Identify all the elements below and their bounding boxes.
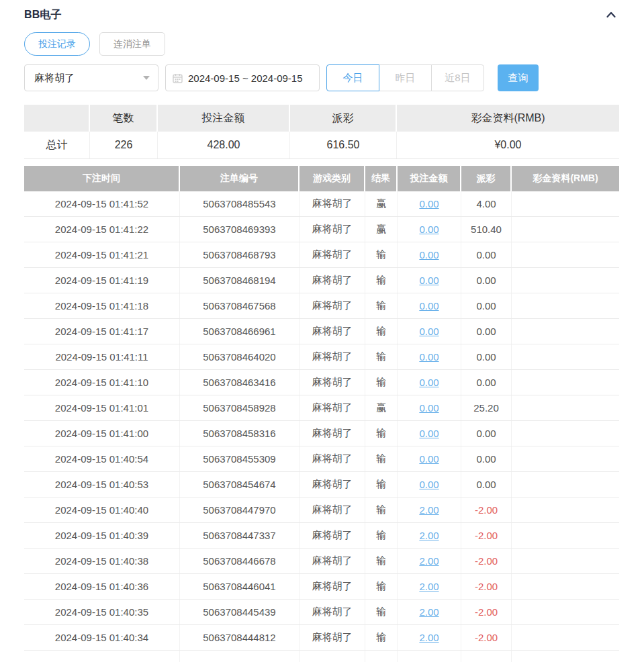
payout-cell: 0.00	[461, 293, 512, 318]
bet-amount-cell: 0.00	[398, 191, 461, 216]
bet-time-cell	[24, 651, 180, 662]
game-type-cell: 麻将胡了	[300, 574, 365, 599]
bet-time-cell: 2024-09-15 01:40:36	[24, 574, 180, 599]
game-type-cell: 麻将胡了	[300, 370, 365, 395]
bonus-cell	[512, 293, 619, 318]
payout-cell: -2.00	[461, 523, 512, 548]
bet-time-cell: 2024-09-15 01:41:19	[24, 268, 180, 293]
col-header-bet-number: 注单编号	[180, 166, 300, 191]
bet-time-cell: 2024-09-15 01:41:17	[24, 319, 180, 344]
quick-range-last8days[interactable]: 近8日	[431, 64, 484, 91]
bonus-cell	[512, 191, 619, 216]
bet-amount-link[interactable]: 0.00	[419, 453, 439, 465]
summary-total-label: 总计	[24, 132, 90, 158]
bet-number-cell: 5063708458928	[180, 395, 300, 420]
table-row: 2024-09-15 01:40:38 5063708446678 麻将胡了 输…	[24, 549, 619, 574]
summary-total-payout: 616.50	[290, 132, 397, 158]
bet-amount-link[interactable]: 2.00	[419, 606, 439, 618]
bet-number-cell: 5063708467568	[180, 293, 300, 318]
betting-records-panel: BB电子 投注记录 连消注单 麻将胡了 2024-09-15 ~ 2024-09…	[0, 0, 644, 662]
result-cell: 输	[365, 498, 398, 522]
game-type-cell: 麻将胡了	[300, 395, 365, 420]
bet-number-cell: 5063708466961	[180, 319, 300, 344]
bet-amount-link[interactable]: 0.00	[419, 428, 439, 439]
bet-time-cell: 2024-09-15 01:40:39	[24, 523, 180, 548]
bet-amount-cell: 0.00	[398, 370, 461, 395]
payout-cell: -2.00	[461, 574, 512, 599]
game-type-cell: 麻将胡了	[300, 600, 365, 624]
bet-number-cell: 5063708468793	[180, 242, 300, 267]
bet-number-cell: 5063708454674	[180, 472, 300, 497]
bet-number-cell: 5063708458316	[180, 421, 300, 446]
table-row: 2024-09-15 01:41:17 5063708466961 麻将胡了 输…	[24, 319, 619, 344]
bet-amount-cell: 0.00	[398, 395, 461, 420]
bet-amount-cell	[398, 651, 461, 662]
panel-title: BB电子	[24, 8, 62, 22]
search-button[interactable]: 查询	[498, 64, 539, 91]
bet-amount-cell: 0.00	[398, 472, 461, 497]
game-type-cell: 麻将胡了	[300, 242, 365, 267]
bet-number-cell: 5063708447337	[180, 523, 300, 548]
table-row: 2024-09-15 01:41:18 5063708467568 麻将胡了 输…	[24, 293, 619, 319]
result-cell: 赢	[365, 191, 398, 216]
chevron-up-icon	[605, 9, 617, 21]
quick-range-yesterday[interactable]: 昨日	[379, 64, 432, 91]
bonus-cell	[512, 498, 619, 522]
result-cell: 输	[365, 523, 398, 548]
date-range-input[interactable]: 2024-09-15 ~ 2024-09-15	[165, 64, 320, 91]
bet-amount-link[interactable]: 2.00	[419, 632, 439, 643]
summary-header-bet-amount: 投注金额	[158, 105, 290, 132]
col-header-game-type: 游戏类别	[300, 166, 365, 191]
game-type-cell: 麻将胡了	[300, 472, 365, 497]
filter-bar: 麻将胡了 2024-09-15 ~ 2024-09-15 今日 昨日 近8日 查…	[24, 64, 619, 91]
bet-amount-link[interactable]: 0.00	[419, 275, 439, 286]
result-cell: 输	[365, 625, 398, 650]
bet-number-cell	[180, 651, 300, 662]
bet-number-cell: 5063708468194	[180, 268, 300, 293]
game-type-cell: 麻将胡了	[300, 293, 365, 318]
bet-amount-link[interactable]: 0.00	[419, 249, 439, 261]
bet-amount-cell: 0.00	[398, 293, 461, 318]
bet-time-cell: 2024-09-15 01:41:01	[24, 395, 180, 420]
bet-number-cell: 5063708446678	[180, 549, 300, 573]
result-cell	[365, 651, 398, 662]
bet-amount-link[interactable]: 0.00	[419, 224, 439, 235]
bet-time-cell: 2024-09-15 01:41:10	[24, 370, 180, 395]
bet-amount-link[interactable]: 2.00	[419, 581, 439, 592]
bet-amount-cell: 2.00	[398, 549, 461, 573]
bet-amount-link[interactable]: 2.00	[419, 530, 439, 541]
game-type-cell: 麻将胡了	[300, 523, 365, 548]
collapse-panel-button[interactable]	[603, 7, 619, 23]
bet-amount-link[interactable]: 0.00	[419, 198, 439, 209]
bet-time-cell: 2024-09-15 01:40:34	[24, 625, 180, 650]
quick-range-today[interactable]: 今日	[326, 64, 379, 91]
bonus-cell	[512, 574, 619, 599]
result-cell: 输	[365, 549, 398, 573]
bet-amount-link[interactable]: 2.00	[419, 504, 439, 516]
tab-betting-records[interactable]: 投注记录	[24, 32, 90, 56]
bet-amount-cell: 0.00	[398, 446, 461, 471]
game-type-cell	[300, 651, 365, 662]
bet-number-cell: 5063708447970	[180, 498, 300, 522]
bet-amount-link[interactable]: 0.00	[419, 479, 439, 490]
tab-cascade-bets[interactable]: 连消注单	[99, 32, 165, 56]
payout-cell: -2.00	[461, 549, 512, 573]
game-select[interactable]: 麻将胡了	[24, 64, 158, 91]
payout-cell: 0.00	[461, 344, 512, 369]
bonus-cell	[512, 549, 619, 573]
game-type-cell: 麻将胡了	[300, 498, 365, 522]
bet-amount-cell: 2.00	[398, 600, 461, 624]
game-type-cell: 麻将胡了	[300, 319, 365, 344]
bet-amount-link[interactable]: 2.00	[419, 555, 439, 567]
bet-amount-link[interactable]: 0.00	[419, 402, 439, 414]
bonus-cell	[512, 625, 619, 650]
bet-amount-link[interactable]: 0.00	[419, 377, 439, 388]
result-cell: 输	[365, 600, 398, 624]
bet-amount-link[interactable]: 0.00	[419, 326, 439, 337]
bonus-cell	[512, 651, 619, 662]
bet-amount-cell: 0.00	[398, 319, 461, 344]
result-cell: 输	[365, 446, 398, 471]
col-header-bonus: 彩金资料(RMB)	[512, 166, 619, 191]
bet-amount-link[interactable]: 0.00	[419, 300, 439, 312]
bet-amount-link[interactable]: 0.00	[419, 351, 439, 363]
